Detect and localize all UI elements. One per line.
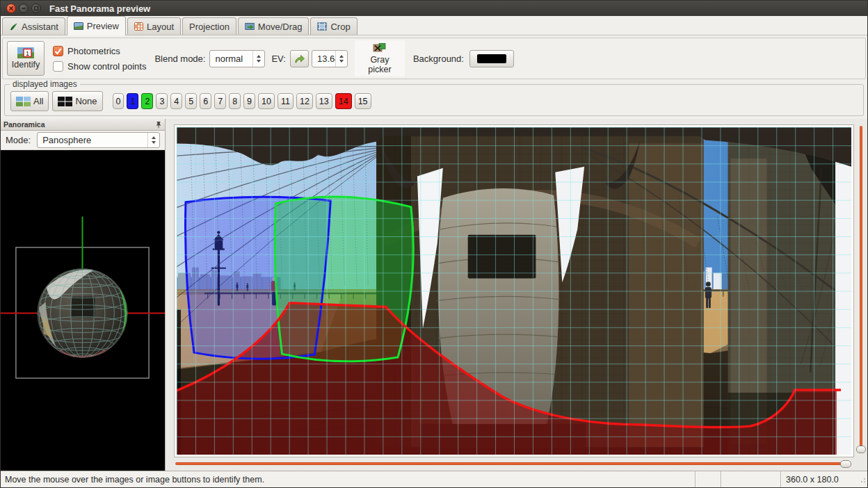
show-control-points-label: Show control points	[67, 61, 146, 72]
all-label: All	[33, 96, 43, 106]
image-button-3[interactable]: 3	[156, 93, 168, 109]
resize-grip[interactable]	[859, 476, 866, 483]
panoramica-header: Panoramica	[1, 119, 165, 131]
image-button-10[interactable]: 10	[258, 93, 275, 109]
panosphere-scene	[1, 150, 165, 471]
panorama-canvas[interactable]	[174, 124, 854, 457]
image-number-buttons: 0 1 2 3 4 5 6 7 8 9 10 11 12 13 14 15	[113, 93, 371, 109]
image-button-13[interactable]: 13	[316, 93, 332, 109]
image-button-15[interactable]: 15	[355, 93, 371, 109]
status-message: Move the mouse over the images or image …	[1, 475, 695, 485]
projection-grid-overlay	[177, 127, 851, 455]
none-images-button[interactable]: None	[52, 91, 102, 111]
horizontal-pan-slider[interactable]	[174, 459, 854, 469]
tab-label: Crop	[330, 22, 350, 32]
background-color-button[interactable]	[469, 50, 514, 67]
maximize-button[interactable]	[31, 3, 41, 13]
background-label: Background:	[413, 54, 464, 64]
minimize-icon	[21, 6, 26, 11]
tab-label: Preview	[87, 21, 119, 31]
image-button-14[interactable]: 14	[335, 93, 352, 109]
image-button-1[interactable]: 1	[127, 93, 138, 109]
show-control-points-checkbox[interactable]	[53, 61, 63, 72]
tab-label: Projection	[189, 22, 230, 32]
tab-projection[interactable]: Projection	[182, 17, 236, 35]
move-drag-icon	[245, 22, 255, 31]
toolbar-checkboxes: Photometrics Show control points	[53, 46, 146, 72]
image-button-5[interactable]: 5	[185, 93, 197, 109]
spin-down-icon	[339, 60, 344, 63]
vertical-slider-handle[interactable]	[856, 446, 866, 453]
panosphere-canvas[interactable]	[1, 150, 165, 471]
ev-reset-button[interactable]	[290, 50, 309, 67]
pin-icon[interactable]	[155, 121, 162, 129]
image-button-11[interactable]: 11	[278, 93, 294, 109]
image-button-4[interactable]: 4	[170, 93, 182, 109]
maximize-icon	[33, 6, 39, 11]
blend-mode-spinner[interactable]	[252, 51, 264, 67]
svg-text:1: 1	[26, 50, 29, 57]
tab-layout[interactable]: Layout	[127, 17, 181, 35]
ev-spinner[interactable]	[335, 51, 347, 67]
ev-value: 13.64	[312, 54, 335, 64]
image-button-0[interactable]: 0	[113, 93, 124, 109]
statusbar-divider	[695, 471, 696, 487]
image-button-7[interactable]: 7	[214, 93, 226, 109]
gray-picker-button[interactable]: Gray picker	[355, 40, 405, 76]
assistant-icon	[9, 22, 18, 31]
ev-label: EV:	[271, 54, 285, 64]
horizontal-slider-track[interactable]	[175, 462, 843, 465]
image-button-12[interactable]: 12	[296, 93, 313, 109]
mode-value: Panosphere	[38, 135, 147, 145]
tab-preview[interactable]: Preview	[67, 16, 126, 35]
identify-button[interactable]: 1 Identify	[7, 41, 45, 76]
identify-icon: 1	[17, 47, 34, 58]
mode-spinner[interactable]	[147, 133, 159, 147]
close-button[interactable]	[6, 3, 16, 13]
background-swatch	[477, 54, 506, 63]
vertical-pan-slider[interactable]	[855, 124, 867, 457]
tab-label: Assistant	[22, 22, 58, 32]
main-area: Panoramica Mode: Panosphere	[1, 119, 867, 471]
tab-move-drag[interactable]: Move/Drag	[238, 17, 310, 35]
panoramica-dock: Panoramica Mode: Panosphere	[1, 119, 166, 471]
layout-icon	[134, 22, 143, 31]
horizontal-slider-handle[interactable]	[840, 460, 851, 468]
displayed-images-group: displayed images All None 0 1 2 3 4 5 6 …	[4, 84, 864, 116]
ev-spin-field[interactable]: 13.64	[312, 50, 348, 67]
gray-picker-label: Gray picker	[359, 55, 401, 74]
tab-crop[interactable]: Crop	[310, 17, 357, 35]
mode-select[interactable]: Panosphere	[37, 132, 160, 148]
tab-label: Layout	[147, 22, 174, 32]
green-arrow-icon	[294, 54, 305, 64]
photometrics-checkbox[interactable]	[53, 46, 63, 56]
image-button-9[interactable]: 9	[243, 93, 255, 109]
image-button-2[interactable]: 2	[141, 93, 153, 109]
blend-mode-value: normal	[210, 54, 252, 64]
mode-label: Mode:	[6, 135, 31, 145]
tab-bar: Assistant Preview Layout Projection Move…	[1, 16, 867, 35]
crop-icon	[317, 22, 327, 31]
blend-mode-select[interactable]: normal	[209, 50, 265, 67]
canvas-size-field: 360.0 x 180.0	[781, 475, 859, 485]
preview-panel	[166, 119, 867, 471]
photometrics-row[interactable]: Photometrics	[53, 46, 146, 56]
spin-up-icon	[339, 55, 344, 58]
show-control-points-row[interactable]: Show control points	[53, 61, 146, 72]
close-icon	[8, 6, 14, 11]
tab-assistant[interactable]: Assistant	[2, 17, 65, 35]
image-button-6[interactable]: 6	[200, 93, 211, 109]
all-images-icon	[16, 97, 31, 106]
status-bar: Move the mouse over the images or image …	[1, 471, 867, 487]
fast-panorama-preview-window: Fast Panorama preview Assistant Preview …	[0, 0, 868, 488]
mode-row: Mode: Panosphere	[1, 131, 165, 150]
spin-down-icon	[152, 141, 156, 144]
vertical-slider-track[interactable]	[860, 126, 862, 452]
panoramica-title: Panoramica	[3, 120, 45, 129]
all-images-button[interactable]: All	[10, 91, 49, 111]
image-button-8[interactable]: 8	[229, 93, 241, 109]
statusbar-divider	[721, 471, 721, 487]
titlebar: Fast Panorama preview	[1, 1, 867, 16]
minimize-button[interactable]	[19, 3, 29, 13]
gray-picker-icon	[373, 42, 387, 54]
